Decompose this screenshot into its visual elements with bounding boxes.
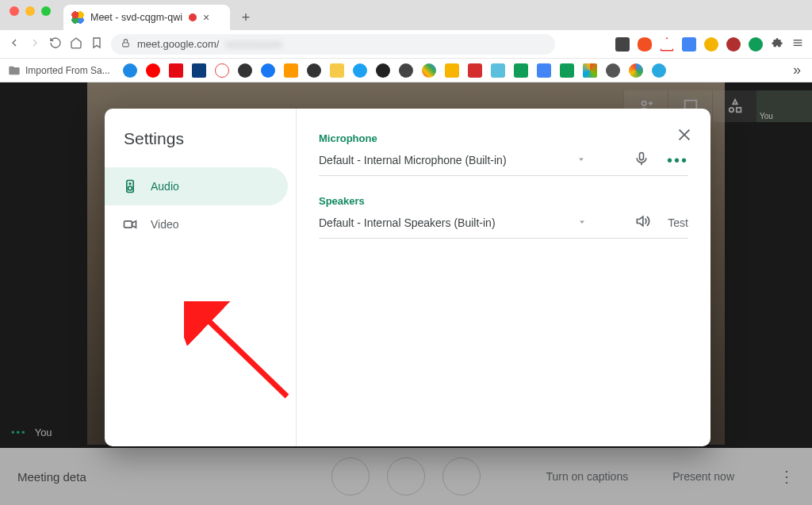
tab-strip: Meet - svd-cqgm-qwi × + xyxy=(63,0,257,30)
settings-main: Microphone Default - Internal Microphone… xyxy=(297,109,710,446)
tab-close-icon[interactable]: × xyxy=(203,11,209,24)
lock-icon xyxy=(121,38,131,51)
settings-tab-video[interactable]: Video xyxy=(105,205,288,243)
svg-marker-17 xyxy=(579,158,584,161)
recording-indicator-icon xyxy=(189,13,197,21)
svg-marker-14 xyxy=(132,221,136,228)
svg-marker-20 xyxy=(580,220,584,224)
bm-icon-13[interactable] xyxy=(399,63,413,78)
svg-rect-13 xyxy=(124,221,132,228)
nav-forward-icon xyxy=(29,36,41,52)
settings-sidebar: Settings Audio Video xyxy=(105,109,297,446)
bookmarks-folder[interactable]: Imported From Sa... xyxy=(8,64,110,77)
settings-tab-audio[interactable]: Audio xyxy=(105,167,288,205)
bm-microsoft-icon[interactable] xyxy=(583,63,597,78)
bm-s-icon[interactable] xyxy=(491,63,505,78)
bm-sheets-icon[interactable] xyxy=(514,63,528,78)
bm-hangouts-icon[interactable] xyxy=(560,63,574,78)
bm-icon-12[interactable] xyxy=(376,63,390,78)
bm-twitter-icon[interactable] xyxy=(353,63,367,78)
svg-point-11 xyxy=(128,186,132,190)
speakers-value: Default - Internal Speakers (Built-in) xyxy=(319,216,569,229)
bm-globe-icon[interactable] xyxy=(238,63,252,78)
svg-point-12 xyxy=(129,183,131,185)
ext-camera-icon[interactable] xyxy=(615,37,630,52)
nav-back-icon[interactable] xyxy=(8,36,21,52)
bm-icon-9[interactable] xyxy=(307,63,321,78)
speaker-icon xyxy=(122,178,138,194)
url-host: meet.google.com/ xyxy=(137,38,219,50)
bm-icon-1[interactable] xyxy=(123,63,137,78)
microphone-select[interactable]: Default - Internal Microphone (Built-in)… xyxy=(319,144,688,176)
new-tab-button[interactable]: + xyxy=(235,6,257,29)
settings-dialog: Settings Audio Video Microphone Default … xyxy=(105,109,710,446)
ext-brave-icon[interactable] xyxy=(638,37,652,52)
video-icon xyxy=(122,216,138,232)
nav-bookmark-icon[interactable] xyxy=(90,36,103,52)
window-controls xyxy=(10,0,51,30)
tab-title: Meet - svd-cqgm-qwi xyxy=(90,12,182,23)
ext-circle-red-icon[interactable] xyxy=(726,37,741,52)
microphone-value: Default - Internal Microphone (Built-in) xyxy=(319,154,569,166)
bm-n-icon[interactable] xyxy=(468,63,482,78)
bookmarks-bar: Imported From Sa... » xyxy=(0,59,812,82)
bm-icon-4[interactable] xyxy=(192,63,206,78)
meet-favicon-icon xyxy=(71,11,84,24)
bm-amazon-icon[interactable] xyxy=(284,63,298,78)
speakers-label: Speakers xyxy=(319,195,688,207)
browser-tab-meet[interactable]: Meet - svd-cqgm-qwi × xyxy=(63,5,230,30)
window-minimize-icon[interactable] xyxy=(25,6,35,16)
omnibox[interactable]: meet.google.com/ xxxxxxxxxxx xyxy=(111,34,555,55)
bm-icon-15[interactable] xyxy=(445,63,459,78)
bm-netflix-icon[interactable] xyxy=(169,63,183,78)
speaker-output-icon xyxy=(634,213,650,231)
ext-circle-yellow-icon[interactable] xyxy=(704,37,718,52)
bm-gmail-icon[interactable] xyxy=(422,63,436,78)
bm-x-icon[interactable] xyxy=(215,63,229,78)
browser-menu-icon[interactable] xyxy=(791,36,804,52)
microphone-label: Microphone xyxy=(319,132,688,144)
chevron-down-icon xyxy=(577,216,587,230)
extension-row xyxy=(615,36,804,52)
nav-home-icon[interactable] xyxy=(70,36,82,52)
settings-title: Settings xyxy=(105,129,296,148)
bm-flipkart-icon[interactable] xyxy=(330,63,344,78)
tab-audio-label: Audio xyxy=(151,180,179,193)
bm-youtube-icon[interactable] xyxy=(146,63,160,78)
meet-area: You ••• You Meeting deta Turn on caption… xyxy=(0,82,812,505)
ext-translate-icon[interactable] xyxy=(682,37,696,52)
ext-grammarly-icon[interactable] xyxy=(749,37,763,52)
svg-marker-21 xyxy=(638,216,644,226)
bm-icon-22[interactable] xyxy=(606,63,620,78)
tab-video-label: Video xyxy=(151,218,179,231)
nav-reload-icon[interactable] xyxy=(49,36,62,52)
bm-facebook-icon[interactable] xyxy=(261,63,275,78)
address-bar: meet.google.com/ xxxxxxxxxxx xyxy=(0,30,812,59)
url-path-blurred: xxxxxxxxxxx xyxy=(225,38,282,50)
bookmarks-overflow-icon[interactable]: » xyxy=(793,62,804,78)
close-dialog-button[interactable] xyxy=(676,126,693,147)
speakers-select[interactable]: Default - Internal Speakers (Built-in) T… xyxy=(319,207,688,239)
mic-level-icon xyxy=(634,151,649,169)
bm-docs-icon[interactable] xyxy=(537,63,551,78)
window-close-icon[interactable] xyxy=(10,6,19,16)
bm-google-icon[interactable] xyxy=(629,63,643,78)
close-icon xyxy=(676,126,693,143)
window-maximize-icon[interactable] xyxy=(41,6,51,16)
bm-icon-24[interactable] xyxy=(652,63,666,78)
browser-titlebar: Meet - svd-cqgm-qwi × + xyxy=(0,0,812,30)
bookmarks-folder-label: Imported From Sa... xyxy=(25,65,110,76)
svg-rect-18 xyxy=(639,153,643,160)
extensions-puzzle-icon[interactable] xyxy=(771,36,783,52)
svg-rect-0 xyxy=(123,42,129,46)
ext-triangle-icon[interactable] xyxy=(660,37,674,52)
test-speakers-button[interactable]: Test xyxy=(668,216,688,229)
chevron-down-icon xyxy=(576,153,586,167)
